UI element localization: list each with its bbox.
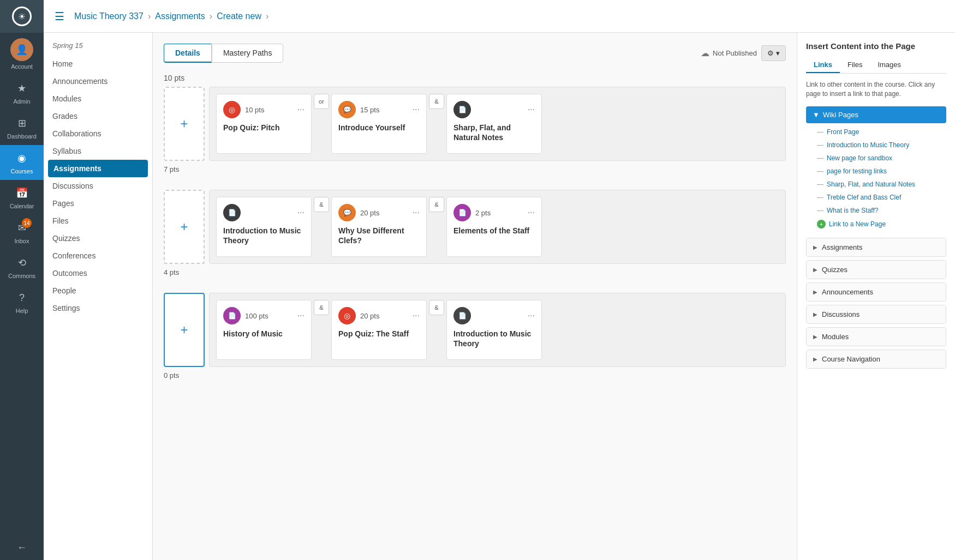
course-nav-collapsible: ▶ Course Navigation bbox=[806, 350, 946, 369]
wiki-item-testing-links[interactable]: — page for testing links bbox=[806, 165, 946, 178]
discussions-collapsible: ▶ Discussions bbox=[806, 305, 946, 324]
main-container: ☰ Music Theory 337 › Assignments › Creat… bbox=[44, 0, 955, 560]
sidebar-item-announcements[interactable]: Announcements bbox=[44, 73, 152, 90]
inbox-badge: 14 bbox=[22, 218, 32, 228]
sidebar-item-quizzes[interactable]: Quizzes bbox=[44, 230, 152, 247]
nav-item-courses[interactable]: ◉ Courses bbox=[0, 145, 44, 180]
row-content-1: + ◎ 10 pts ··· bbox=[164, 87, 786, 161]
panel-tab-images[interactable]: Images bbox=[870, 57, 909, 73]
card-menu-3a[interactable]: ··· bbox=[297, 311, 305, 321]
quizzes-collapsible-label: Quizzes bbox=[822, 266, 847, 274]
card-menu-2c[interactable]: ··· bbox=[528, 208, 535, 218]
chevron-right-icon: ▶ bbox=[813, 311, 817, 317]
tab-mastery-paths[interactable]: Mastery Paths bbox=[212, 44, 283, 63]
discussions-collapsible-header[interactable]: ▶ Discussions bbox=[807, 305, 946, 323]
card-icon-pts-1c: 📄 bbox=[453, 101, 475, 118]
card-wrapper-2b: 💬 20 pts ··· Why Use Different Clefs? bbox=[331, 197, 427, 257]
row-pts-below-2: 4 pts bbox=[164, 268, 786, 276]
dash-icon: — bbox=[817, 194, 823, 201]
breadcrumb-page[interactable]: Create new bbox=[217, 11, 261, 21]
add-bucket-3[interactable]: + bbox=[164, 293, 205, 367]
sidebar-item-grades[interactable]: Grades bbox=[44, 107, 152, 125]
nav-item-account[interactable]: 👤 Account bbox=[0, 33, 44, 75]
nav-item-calendar[interactable]: 📅 Calendar bbox=[0, 180, 44, 215]
wiki-item-intro-music-theory[interactable]: — Introduction to Music Theory bbox=[806, 139, 946, 152]
quizzes-collapsible: ▶ Quizzes bbox=[806, 260, 946, 279]
card-title-2c: Elements of the Staff bbox=[453, 226, 535, 236]
sidebar-item-pages[interactable]: Pages bbox=[44, 195, 152, 212]
sidebar-item-syllabus[interactable]: Syllabus bbox=[44, 142, 152, 160]
modules-collapsible-label: Modules bbox=[822, 333, 849, 341]
card-icon-pts-1a: ◎ 10 pts bbox=[223, 101, 264, 118]
wiki-item-what-is-staff[interactable]: — What is the Staff? bbox=[806, 204, 946, 217]
card-title-1a: Pop Quiz: Pitch bbox=[223, 123, 305, 133]
card-menu-1b[interactable]: ··· bbox=[413, 105, 420, 115]
wiki-chevron-icon: ▼ bbox=[813, 111, 820, 119]
wiki-item-label: Treble Clef and Bass Clef bbox=[827, 194, 901, 201]
sidebar-item-files[interactable]: Files bbox=[44, 212, 152, 230]
sidebar-item-people[interactable]: People bbox=[44, 282, 152, 299]
nav-label-dashboard: Dashboard bbox=[7, 133, 37, 140]
card-menu-2b[interactable]: ··· bbox=[413, 208, 420, 218]
nav-item-admin[interactable]: ★ Admin bbox=[0, 75, 44, 110]
sidebar-item-settings[interactable]: Settings bbox=[44, 299, 152, 317]
panel-tab-files[interactable]: Files bbox=[840, 57, 870, 73]
nav-item-inbox[interactable]: ✉ 14 Inbox bbox=[0, 215, 44, 250]
publish-status-label: Not Published bbox=[713, 49, 757, 57]
card-icon-pts-2a: 📄 bbox=[223, 204, 245, 221]
hamburger-menu[interactable]: ☰ bbox=[55, 10, 64, 23]
sidebar-item-conferences[interactable]: Conferences bbox=[44, 247, 152, 264]
tab-details[interactable]: Details bbox=[164, 44, 212, 63]
breadcrumb-course[interactable]: Music Theory 337 bbox=[74, 11, 144, 21]
nav-item-help[interactable]: ? Help bbox=[0, 285, 44, 320]
sidebar-item-assignments[interactable]: Assignments bbox=[48, 160, 148, 177]
wiki-item-label: Sharp, Flat, and Natural Notes bbox=[827, 180, 915, 188]
card-wrapper-3c: 📄 ··· Introduction to Music Theory bbox=[446, 300, 542, 360]
gear-icon: ⚙ bbox=[767, 49, 774, 57]
nav-item-dashboard[interactable]: ⊞ Dashboard bbox=[0, 110, 44, 145]
assignments-collapsible-header[interactable]: ▶ Assignments bbox=[807, 238, 946, 256]
publish-status: ☁ Not Published bbox=[701, 48, 757, 58]
logo-icon: ☀ bbox=[12, 7, 32, 26]
nav-collapse-button[interactable]: ← bbox=[0, 535, 44, 560]
wiki-pages-header[interactable]: ▼ Wiki Pages bbox=[806, 106, 946, 123]
right-panel: Insert Content into the Page Links Files… bbox=[797, 33, 955, 560]
breadcrumb-sep-1: › bbox=[148, 11, 151, 21]
card-intro-music-theory-2: 📄 ··· Introduction to Music Theory bbox=[446, 300, 542, 360]
sidebar-item-collaborations[interactable]: Collaborations bbox=[44, 125, 152, 142]
card-menu-3b[interactable]: ··· bbox=[413, 311, 420, 321]
plus-icon-2: + bbox=[180, 219, 188, 234]
sidebar-item-outcomes[interactable]: Outcomes bbox=[44, 264, 152, 282]
discussion-icon-1b: 💬 bbox=[338, 101, 356, 118]
course-nav-collapsible-header[interactable]: ▶ Course Navigation bbox=[807, 350, 946, 368]
panel-tab-links[interactable]: Links bbox=[806, 57, 840, 73]
quizzes-collapsible-header[interactable]: ▶ Quizzes bbox=[807, 261, 946, 279]
dashboard-icon: ⊞ bbox=[14, 116, 29, 131]
card-menu-2a[interactable]: ··· bbox=[297, 208, 305, 218]
breadcrumb-section[interactable]: Assignments bbox=[155, 11, 205, 21]
nav-label-courses: Courses bbox=[11, 168, 33, 174]
link-new-page[interactable]: + Link to a New Page bbox=[806, 217, 946, 231]
sidebar-item-discussions[interactable]: Discussions bbox=[44, 177, 152, 195]
sidebar-item-home[interactable]: Home bbox=[44, 55, 152, 73]
add-bucket-1[interactable]: + bbox=[164, 87, 205, 161]
wiki-item-treble-clef[interactable]: — Treble Clef and Bass Clef bbox=[806, 191, 946, 204]
nav-item-commons[interactable]: ⟲ Commons bbox=[0, 250, 44, 285]
admin-icon: ★ bbox=[14, 81, 29, 96]
app-logo[interactable]: ☀ bbox=[0, 0, 44, 33]
add-bucket-2[interactable]: + bbox=[164, 190, 205, 264]
wiki-item-sharp-flat[interactable]: — Sharp, Flat, and Natural Notes bbox=[806, 178, 946, 191]
course-sidebar: Spring 15 Home Announcements Modules Gra… bbox=[44, 33, 153, 560]
wiki-item-front-page[interactable]: — Front Page bbox=[806, 125, 946, 139]
modules-collapsible-header[interactable]: ▶ Modules bbox=[807, 328, 946, 346]
sidebar-item-modules[interactable]: Modules bbox=[44, 90, 152, 107]
wiki-item-sandbox[interactable]: — New page for sandbox bbox=[806, 152, 946, 165]
announcements-collapsible-header[interactable]: ▶ Announcements bbox=[807, 283, 946, 301]
card-menu-1c[interactable]: ··· bbox=[528, 105, 535, 115]
card-menu-3c[interactable]: ··· bbox=[528, 311, 535, 321]
card-menu-1a[interactable]: ··· bbox=[297, 105, 305, 115]
settings-button[interactable]: ⚙ ▾ bbox=[761, 45, 786, 61]
page-icon-2a: 📄 bbox=[223, 204, 241, 221]
semester-label: Spring 15 bbox=[44, 39, 152, 55]
card-title-1b: Introduce Yourself bbox=[338, 123, 420, 133]
